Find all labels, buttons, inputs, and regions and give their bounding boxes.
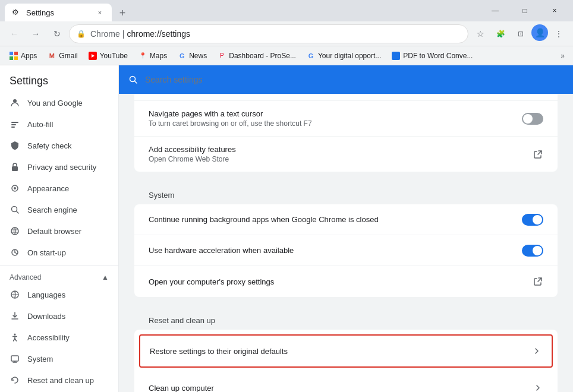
add-accessibility-text: Add accessibility features Open Chrome W… — [149, 145, 523, 163]
bookmark-maps-label: Maps — [150, 52, 167, 60]
svg-point-5 — [13, 99, 17, 103]
advanced-arrow-icon: ▲ — [102, 273, 109, 282]
bookmark-apps[interactable]: Apps — [5, 49, 42, 63]
settings-search-input[interactable] — [145, 75, 563, 84]
new-tab-button[interactable]: + — [114, 5, 131, 21]
more-button[interactable]: ⋮ — [549, 24, 568, 43]
sidebar-item-safety-check[interactable]: Safety check — [0, 135, 118, 156]
address-bar[interactable]: 🔒 Chrome | chrome://settings — [69, 24, 468, 43]
svg-rect-2 — [10, 56, 13, 60]
cast-button[interactable]: ⊡ — [511, 24, 530, 43]
sidebar-item-privacy[interactable]: Privacy and security — [0, 156, 118, 178]
minimize-button[interactable]: — — [481, 1, 509, 20]
maximize-button[interactable]: □ — [511, 1, 539, 20]
sidebar-item-system[interactable]: System — [0, 348, 118, 369]
proxy-settings-link[interactable] — [533, 276, 543, 287]
sidebar-label-safety-check: Safety check — [27, 141, 71, 150]
close-button[interactable]: × — [541, 1, 568, 20]
main-content: Settings You and Google Auto-fill Safety… — [0, 65, 573, 392]
shield-icon — [10, 140, 20, 151]
reset-section-title: Reset and clean up — [134, 306, 558, 330]
tab-close-button[interactable]: × — [95, 8, 105, 17]
bookmark-youtube[interactable]: YouTube — [84, 49, 133, 63]
sidebar-label-you-and-google: You and Google — [27, 99, 83, 108]
forward-button[interactable]: → — [26, 24, 45, 43]
extensions-button[interactable]: 🧩 — [491, 24, 510, 43]
globe-icon — [10, 289, 20, 300]
restore-defaults-row[interactable]: Restore settings to their original defau… — [139, 334, 553, 368]
reload-button[interactable]: ↻ — [48, 24, 67, 43]
settings-search-bar — [119, 65, 573, 94]
sidebar-label-on-startup: On start-up — [27, 248, 66, 257]
toggle-background-apps[interactable] — [522, 214, 543, 226]
toggle-hardware-accel[interactable] — [522, 245, 543, 257]
sidebar-item-you-and-google[interactable]: You and Google — [0, 92, 118, 113]
proxy-settings-label: Open your computer's proxy settings — [149, 277, 523, 286]
sidebar-item-search-engine[interactable]: Search engine — [0, 199, 118, 220]
bookmark-gmail[interactable]: M Gmail — [43, 49, 82, 63]
sidebar-item-on-startup[interactable]: On start-up — [0, 242, 118, 263]
profile-button[interactable]: 👤 — [531, 24, 548, 41]
reset-icon — [10, 375, 20, 385]
search-icon — [10, 204, 20, 215]
sidebar-item-accessibility[interactable]: Accessibility — [0, 327, 118, 348]
sidebar-label-downloads: Downloads — [27, 312, 65, 321]
more-bookmarks-button[interactable]: » — [557, 49, 568, 63]
maps-favicon: 📍 — [138, 52, 147, 60]
bookmark-dashboard[interactable]: P Dashboard - ProSe... — [213, 49, 301, 63]
external-link-icon[interactable] — [533, 149, 543, 160]
nav-bar: ← → ↻ 🔒 Chrome | chrome://settings ☆ 🧩 ⊡… — [0, 21, 573, 46]
lock-icon — [10, 162, 20, 172]
cleanup-computer-chevron[interactable] — [533, 382, 543, 392]
bookmark-google[interactable]: G Your digital opport... — [302, 49, 386, 63]
google-favicon: G — [307, 52, 315, 60]
nav-tools: ☆ 🧩 ⊡ 👤 ⋮ — [471, 24, 568, 43]
address-url: Chrome | chrome://settings — [90, 29, 461, 39]
bookmark-news[interactable]: G News — [173, 49, 212, 63]
restore-defaults-inner[interactable]: Restore settings to their original defau… — [140, 336, 552, 366]
proxy-settings-row[interactable]: Open your computer's proxy settings — [134, 266, 558, 297]
svg-rect-7 — [11, 124, 16, 125]
background-apps-text: Continue running background apps when Go… — [149, 215, 512, 224]
sidebar-item-appearance[interactable]: Appearance — [0, 178, 118, 199]
add-accessibility-link[interactable] — [533, 149, 543, 160]
back-button[interactable]: ← — [5, 24, 24, 43]
svg-line-13 — [17, 211, 19, 214]
settings-tab[interactable]: ⚙ Settings × — [5, 4, 112, 21]
restore-defaults-chevron[interactable] — [531, 346, 542, 356]
hardware-accel-toggle[interactable] — [522, 245, 543, 257]
cleanup-computer-text: Clean up computer — [149, 384, 523, 393]
svg-rect-9 — [12, 166, 18, 171]
dashboard-favicon: P — [218, 52, 226, 60]
toggle-text-cursor[interactable] — [522, 113, 543, 125]
cleanup-computer-label: Clean up computer — [149, 384, 523, 393]
toggle-knob-3 — [533, 215, 542, 225]
text-cursor-sublabel: To turn caret browsing on or off, use th… — [149, 119, 512, 128]
sidebar-item-languages[interactable]: Languages — [0, 284, 118, 305]
svg-rect-3 — [14, 56, 18, 60]
advanced-section-header[interactable]: Advanced ▲ — [0, 268, 118, 284]
site-icon: 🔒 — [77, 30, 86, 38]
bookmarks-bar: Apps M Gmail YouTube 📍 Maps G News P Das… — [0, 46, 573, 65]
sidebar-item-autofill[interactable]: Auto-fill — [0, 113, 118, 135]
text-cursor-toggle[interactable] — [522, 113, 543, 125]
background-apps-toggle[interactable] — [522, 214, 543, 226]
title-bar: ⚙ Settings × + — □ × — [0, 0, 573, 21]
sidebar-item-default-browser[interactable]: Default browser — [0, 220, 118, 242]
text-cursor-row: Navigate pages with a text cursor To tur… — [134, 101, 558, 137]
bookmark-pdf[interactable]: PDF to Word Conve... — [387, 49, 477, 63]
hardware-accel-row: Use hardware acceleration when available — [134, 235, 558, 266]
chevron-right-icon — [531, 346, 542, 356]
bookmark-maps[interactable]: 📍 Maps — [134, 49, 172, 63]
proxy-external-link-icon[interactable] — [533, 276, 543, 287]
svg-rect-8 — [11, 127, 15, 128]
sidebar-title: Settings — [0, 65, 118, 92]
sidebar-item-downloads[interactable]: Downloads — [0, 305, 118, 327]
bookmark-button[interactable]: ☆ — [471, 24, 490, 43]
add-accessibility-row[interactable]: Add accessibility features Open Chrome W… — [134, 137, 558, 172]
sidebar-item-reset[interactable]: Reset and clean up — [0, 369, 118, 391]
svg-point-11 — [14, 187, 16, 189]
cleanup-computer-row[interactable]: Clean up computer — [134, 372, 558, 392]
startup-icon — [10, 247, 20, 258]
sidebar-label-languages: Languages — [27, 290, 65, 299]
